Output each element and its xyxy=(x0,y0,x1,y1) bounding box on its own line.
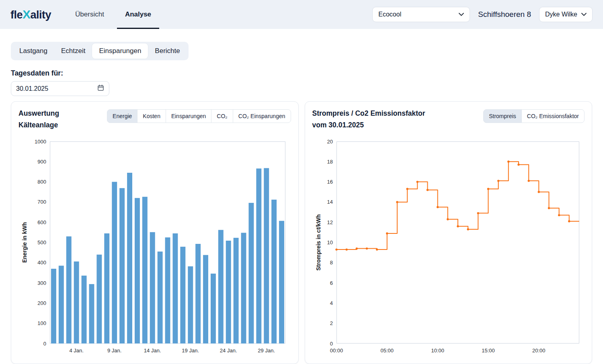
nav-item-analyse[interactable]: Analyse xyxy=(117,0,159,29)
date-input[interactable]: 30.01.2025 xyxy=(11,81,109,96)
svg-text:14: 14 xyxy=(327,199,332,205)
svg-text:4 Jan.: 4 Jan. xyxy=(69,348,83,354)
card-title: Strompreis / Co2 Emissionsfaktor vom 30.… xyxy=(312,108,425,131)
page: fleXality Übersicht Analyse Ecocool Schi… xyxy=(0,0,603,364)
svg-text:00:00: 00:00 xyxy=(330,348,343,354)
svg-text:15:00: 15:00 xyxy=(482,348,495,354)
main-nav: Übersicht Analyse xyxy=(65,0,162,29)
svg-text:6: 6 xyxy=(330,280,332,286)
cards-grid: Auswertung Kälteanlage Energie Kosten Ei… xyxy=(11,101,592,364)
card-title: Auswertung Kälteanlage xyxy=(18,108,59,131)
svg-text:Energie in kWh: Energie in kWh xyxy=(21,222,28,263)
svg-text:14 Jan.: 14 Jan. xyxy=(144,348,161,354)
calendar-icon[interactable] xyxy=(97,84,104,93)
card-header: Auswertung Kälteanlage Energie Kosten Ei… xyxy=(18,108,291,131)
seg-einsparungen[interactable]: Einsparungen xyxy=(166,109,211,123)
tab-lastgang[interactable]: Lastgang xyxy=(12,43,54,59)
price-segmented-control: Strompreis CO₂ Emissionsfaktor xyxy=(483,109,585,123)
logo-text-2: ality xyxy=(31,9,51,21)
nav-item-uebersicht[interactable]: Übersicht xyxy=(67,0,112,29)
svg-text:20: 20 xyxy=(327,138,332,144)
svg-text:20:00: 20:00 xyxy=(532,348,546,354)
chevron-down-icon xyxy=(581,13,587,16)
card-auswertung-kaelteanlage: Auswertung Kälteanlage Energie Kosten Ei… xyxy=(11,101,299,364)
svg-text:16: 16 xyxy=(327,179,332,185)
logo[interactable]: fleXality xyxy=(10,8,51,21)
svg-text:05:00: 05:00 xyxy=(380,348,394,354)
price-step-chart: 0246810121416182000:0005:0010:0015:0020:… xyxy=(312,138,585,359)
svg-text:0: 0 xyxy=(43,340,46,346)
svg-text:10:00: 10:00 xyxy=(431,348,444,354)
seg-co2-einsparungen[interactable]: CO₂ Einsparungen xyxy=(233,109,291,123)
svg-text:500: 500 xyxy=(37,239,46,245)
seg-energie[interactable]: Energie xyxy=(107,109,137,123)
svg-text:1000: 1000 xyxy=(35,138,46,144)
tab-einsparungen[interactable]: Einsparungen xyxy=(92,43,148,59)
svg-text:Strompreis in ct/kWh: Strompreis in ct/kWh xyxy=(315,214,322,270)
card-header: Strompreis / Co2 Emissionsfaktor vom 30.… xyxy=(312,108,585,131)
svg-text:12: 12 xyxy=(327,219,332,225)
svg-text:0: 0 xyxy=(330,340,332,346)
company-select[interactable]: Ecocool xyxy=(372,7,470,22)
user-name: Dyke Wilke xyxy=(545,11,577,18)
chevron-down-icon xyxy=(459,13,464,16)
svg-text:24 Jan.: 24 Jan. xyxy=(220,348,237,354)
top-nav-bar: fleXality Übersicht Analyse Ecocool Schi… xyxy=(0,0,603,29)
metric-segmented-control: Energie Kosten Einsparungen CO₂ CO₂ Eins… xyxy=(107,109,291,123)
date-section-label: Tagesdaten für: xyxy=(11,69,592,78)
svg-text:2: 2 xyxy=(330,320,332,326)
svg-text:900: 900 xyxy=(37,159,46,165)
seg-kosten[interactable]: Kosten xyxy=(137,109,166,123)
svg-text:100: 100 xyxy=(37,320,46,326)
logo-text-1: fle xyxy=(10,9,23,21)
tab-berichte[interactable]: Berichte xyxy=(148,43,187,59)
seg-co2-emissionsfaktor[interactable]: CO₂ Emissionsfaktor xyxy=(521,109,585,123)
svg-text:29 Jan.: 29 Jan. xyxy=(258,348,275,354)
card-strompreis: Strompreis / Co2 Emissionsfaktor vom 30.… xyxy=(305,101,593,364)
energy-bar-chart: 010020030040050060070080090010004 Jan.9 … xyxy=(18,138,291,359)
location-label: Schiffshoeren 8 xyxy=(477,10,532,19)
topbar-right: Ecocool Schiffshoeren 8 Dyke Wilke xyxy=(372,7,593,22)
svg-text:400: 400 xyxy=(37,260,46,266)
svg-text:600: 600 xyxy=(37,219,46,225)
user-menu-button[interactable]: Dyke Wilke xyxy=(539,7,593,22)
main-content: Lastgang Echtzeit Einsparungen Berichte … xyxy=(0,29,603,364)
svg-text:200: 200 xyxy=(37,300,46,306)
svg-text:18: 18 xyxy=(327,159,332,165)
svg-text:8: 8 xyxy=(330,260,332,266)
date-value: 30.01.2025 xyxy=(16,85,48,92)
seg-co2[interactable]: CO₂ xyxy=(211,109,233,123)
tab-echtzeit[interactable]: Echtzeit xyxy=(54,43,92,59)
logo-x: X xyxy=(23,8,31,21)
seg-strompreis[interactable]: Strompreis xyxy=(483,109,522,123)
svg-text:800: 800 xyxy=(37,179,46,185)
svg-text:4: 4 xyxy=(330,300,332,306)
analysis-tab-strip: Lastgang Echtzeit Einsparungen Berichte xyxy=(11,42,189,60)
company-select-value: Ecocool xyxy=(378,11,401,18)
svg-text:9 Jan.: 9 Jan. xyxy=(107,348,121,354)
svg-text:10: 10 xyxy=(327,239,332,245)
svg-text:300: 300 xyxy=(37,280,46,286)
svg-text:19 Jan.: 19 Jan. xyxy=(182,348,199,354)
svg-text:700: 700 xyxy=(37,199,46,205)
